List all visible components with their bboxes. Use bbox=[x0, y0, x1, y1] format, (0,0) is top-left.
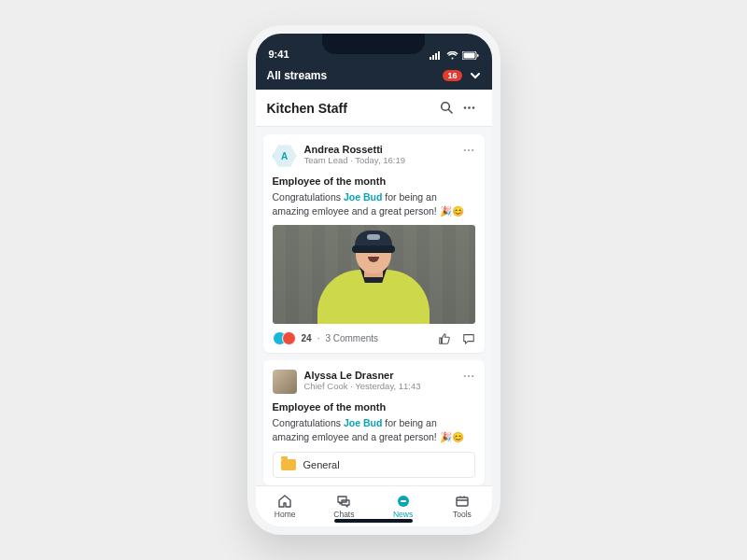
nav-tools[interactable]: Tools bbox=[432, 486, 491, 526]
post-image[interactable] bbox=[273, 225, 475, 324]
post-title: Employee of the month bbox=[273, 175, 475, 187]
reaction-count[interactable]: 24 bbox=[302, 333, 312, 343]
channel-header: Kitchen Staff bbox=[256, 90, 492, 127]
svg-point-13 bbox=[467, 149, 469, 151]
feed: A Andrea Rossetti Team Lead · Today, 16:… bbox=[256, 127, 492, 485]
svg-rect-0 bbox=[430, 57, 431, 60]
news-icon bbox=[396, 494, 411, 509]
comment-icon[interactable] bbox=[462, 332, 475, 345]
comments-link[interactable]: 3 Comments bbox=[325, 333, 378, 343]
more-button[interactable] bbox=[458, 97, 481, 119]
svg-point-15 bbox=[463, 375, 465, 377]
svg-rect-3 bbox=[438, 51, 440, 60]
more-horizontal-icon bbox=[462, 101, 476, 115]
svg-rect-6 bbox=[477, 54, 479, 57]
svg-rect-5 bbox=[463, 53, 474, 59]
svg-point-10 bbox=[468, 106, 471, 109]
svg-point-14 bbox=[472, 149, 473, 151]
more-horizontal-icon bbox=[462, 370, 475, 383]
folder-icon bbox=[281, 459, 296, 470]
thumbs-up-icon[interactable] bbox=[438, 332, 451, 345]
person-illustration bbox=[317, 225, 430, 324]
signal-icon bbox=[430, 51, 443, 60]
nav-label: Chats bbox=[333, 510, 354, 519]
reaction-icons[interactable] bbox=[273, 331, 296, 345]
svg-point-12 bbox=[463, 149, 465, 151]
post-meta: Alyssa Le Drasner Chief Cook · Yesterday… bbox=[304, 370, 421, 391]
svg-point-11 bbox=[472, 106, 475, 109]
avatar[interactable]: A bbox=[273, 144, 297, 168]
mention[interactable]: Joe Bud bbox=[344, 417, 382, 428]
post-card[interactable]: Alyssa Le Drasner Chief Cook · Yesterday… bbox=[263, 360, 485, 484]
screen: 9:41 All streams 16 Kitchen Staff bbox=[256, 34, 492, 526]
streams-bar[interactable]: All streams 16 bbox=[256, 62, 492, 90]
battery-icon bbox=[462, 51, 479, 60]
streams-badge: 16 bbox=[443, 70, 461, 81]
post-author[interactable]: Alyssa Le Drasner bbox=[304, 370, 421, 381]
avatar-initial: A bbox=[281, 151, 288, 161]
avatar[interactable] bbox=[273, 370, 297, 394]
channel-title: Kitchen Staff bbox=[267, 101, 436, 116]
nav-label: Tools bbox=[453, 510, 472, 519]
svg-rect-1 bbox=[432, 55, 434, 60]
phone-frame: 9:41 All streams 16 Kitchen Staff bbox=[247, 25, 500, 535]
chats-icon bbox=[336, 494, 351, 509]
post-more-button[interactable] bbox=[462, 370, 475, 385]
post-header: A Andrea Rossetti Team Lead · Today, 16:… bbox=[273, 144, 475, 168]
nav-label: News bbox=[393, 510, 413, 519]
post-author[interactable]: Andrea Rossetti bbox=[304, 144, 405, 155]
more-horizontal-icon bbox=[462, 144, 475, 157]
home-indicator[interactable] bbox=[334, 519, 413, 523]
search-button[interactable] bbox=[436, 97, 458, 119]
status-time: 9:41 bbox=[269, 49, 289, 60]
svg-rect-2 bbox=[435, 53, 437, 60]
post-time: Yesterday, 11:43 bbox=[355, 381, 420, 391]
svg-rect-19 bbox=[401, 500, 406, 502]
post-meta: Andrea Rossetti Team Lead · Today, 16:19 bbox=[304, 144, 405, 165]
post-body: Congratulations Joe Bud for being an ama… bbox=[273, 416, 475, 443]
post-title: Employee of the month bbox=[273, 401, 475, 413]
nav-home[interactable]: Home bbox=[256, 486, 315, 526]
home-icon bbox=[277, 494, 292, 509]
status-icons bbox=[430, 51, 479, 60]
post-time: Today, 16:19 bbox=[355, 155, 405, 165]
attachment-name: General bbox=[303, 459, 340, 470]
attachment[interactable]: General bbox=[273, 452, 475, 478]
post-more-button[interactable] bbox=[462, 144, 475, 160]
love-reaction-icon bbox=[282, 331, 296, 345]
post-body: Congratulations Joe Bud for being an ama… bbox=[273, 190, 475, 217]
post-role: Team Lead bbox=[304, 155, 348, 165]
svg-line-8 bbox=[449, 110, 453, 114]
post-header: Alyssa Le Drasner Chief Cook · Yesterday… bbox=[273, 370, 475, 394]
svg-point-16 bbox=[467, 375, 469, 377]
post-reactions: 24 · 3 Comments bbox=[273, 331, 475, 345]
chevron-down-icon[interactable] bbox=[470, 70, 481, 81]
wifi-icon bbox=[446, 51, 458, 60]
nav-label: Home bbox=[275, 510, 296, 519]
svg-point-9 bbox=[464, 106, 467, 109]
tools-icon bbox=[455, 494, 470, 509]
svg-point-17 bbox=[472, 375, 473, 377]
device-notch bbox=[322, 34, 425, 54]
svg-rect-20 bbox=[457, 497, 468, 506]
post-role: Chief Cook bbox=[304, 381, 348, 391]
mention[interactable]: Joe Bud bbox=[344, 191, 382, 203]
search-icon bbox=[440, 101, 454, 115]
post-card[interactable]: A Andrea Rossetti Team Lead · Today, 16:… bbox=[263, 134, 485, 353]
streams-label: All streams bbox=[267, 69, 328, 82]
